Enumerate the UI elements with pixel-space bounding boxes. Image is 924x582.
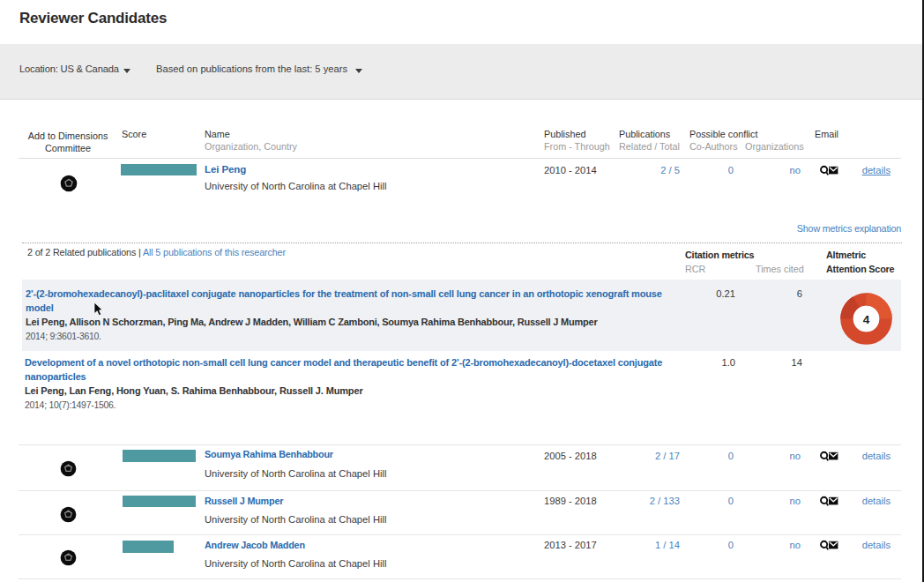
- svg-text:4: 4: [863, 312, 870, 325]
